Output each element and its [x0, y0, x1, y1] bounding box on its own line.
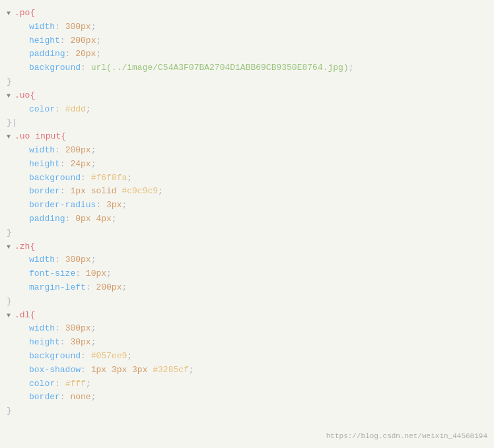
property-line: width: 200px; [0, 144, 494, 158]
prop-name: color [29, 379, 55, 389]
prop-name: margin-left [29, 282, 86, 292]
property-line: margin-left: 200px; [0, 281, 494, 295]
close-brace-line: } [0, 295, 494, 309]
property-line: padding: 0px 4px; [0, 212, 494, 226]
prop-name: width [29, 255, 55, 265]
prop-value: 3px [106, 200, 122, 210]
watermark-text: https://blog.csdn.net/weixin_44568194 [326, 431, 487, 443]
prop-name: color [29, 104, 55, 114]
selector-line: ▼.dl{ [0, 309, 494, 323]
prop-name: border [29, 392, 60, 402]
prop-name: width [29, 22, 55, 32]
close-brace-line: } [0, 226, 494, 240]
selector-line: ▼.zh{ [0, 240, 494, 254]
prop-name: padding [29, 214, 65, 224]
prop-value: 1px 3px 3px [91, 365, 153, 375]
prop-value: 1px solid [70, 186, 122, 196]
selector: .dl{ [15, 309, 35, 323]
prop-name: border-radius [29, 200, 96, 210]
prop-name: border [29, 186, 60, 196]
close-brace: } [7, 295, 12, 309]
prop-value: #057ee9 [91, 351, 127, 361]
property-line: height: 24px; [0, 158, 494, 172]
collapse-arrow[interactable]: ▼ [7, 242, 13, 253]
prop-value: 20px [75, 49, 96, 59]
selector-line: ▼.uo input{ [0, 130, 494, 144]
prop-name: background [29, 173, 81, 183]
property-line: background: #f6f8fa; [0, 172, 494, 185]
prop-value: 200px [96, 282, 122, 292]
prop-value: 24px [70, 159, 90, 169]
prop-name: width [29, 323, 55, 333]
code-editor: ▼.po{width: 300px;height: 200px;padding:… [0, 0, 494, 448]
prop-value: 300px [65, 323, 91, 333]
property-line: width: 300px; [0, 322, 494, 336]
prop-name: padding [29, 49, 65, 59]
collapse-arrow[interactable]: ▼ [7, 132, 13, 143]
prop-value: 300px [65, 22, 91, 32]
selector: .uo input{ [15, 130, 66, 144]
prop-name: background [29, 63, 81, 73]
prop-name: width [29, 145, 55, 155]
prop-name: font-size [29, 269, 75, 278]
property-line: border: 1px solid #c9c9c9; [0, 185, 494, 199]
property-line: height: 30px; [0, 336, 494, 350]
property-line: width: 300px; [0, 253, 494, 267]
close-brace: }| [7, 116, 17, 130]
prop-name: background [29, 351, 81, 361]
property-line: color: #fff; [0, 377, 494, 391]
property-line: padding: 20px; [0, 48, 494, 61]
prop-value: 0px 4px [75, 214, 112, 224]
prop-value: 200px [70, 36, 96, 46]
collapse-arrow[interactable]: ▼ [7, 311, 13, 321]
selector-line: ▼.po{ [0, 7, 494, 20]
close-brace-line: }| [0, 116, 494, 130]
selector: .uo{ [15, 89, 35, 103]
prop-value: #f6f8fa [91, 173, 127, 183]
prop-value: url(../image/C54A3F07BA2704D1ABB69CB9350… [91, 63, 349, 73]
property-line: height: 200px; [0, 34, 494, 48]
selector-line: ▼.uo{ [0, 89, 494, 103]
prop-value: #fff [65, 379, 86, 389]
prop-name: height [29, 159, 60, 169]
close-brace: } [7, 226, 12, 240]
prop-name: height [29, 337, 60, 347]
property-line: background: url(../image/C54A3F07BA2704D… [0, 61, 494, 75]
prop-value: 10px [86, 269, 106, 278]
close-brace-line: } [0, 404, 494, 418]
property-line: border: none; [0, 391, 494, 404]
selector: .zh{ [15, 240, 35, 254]
property-line: font-size: 10px; [0, 267, 494, 281]
collapse-arrow[interactable]: ▼ [7, 9, 13, 19]
prop-value: 200px [65, 145, 91, 155]
property-line: background: #057ee9; [0, 350, 494, 364]
close-brace-line: } [0, 75, 494, 89]
selector: .po{ [15, 7, 35, 20]
property-line: width: 300px; [0, 20, 494, 34]
close-brace: } [7, 75, 12, 89]
prop-value: 30px [70, 337, 90, 347]
prop-value: 300px [65, 255, 91, 265]
collapse-arrow[interactable]: ▼ [7, 91, 13, 102]
prop-value: none [70, 392, 90, 402]
prop-value: #ddd [65, 104, 86, 114]
close-brace: } [7, 404, 12, 418]
property-line: box-shadow: 1px 3px 3px #3285cf; [0, 364, 494, 377]
prop-name: box-shadow [29, 365, 81, 375]
prop-name: height [29, 36, 60, 46]
property-line: border-radius: 3px; [0, 199, 494, 212]
property-line: color: #ddd; [0, 103, 494, 117]
